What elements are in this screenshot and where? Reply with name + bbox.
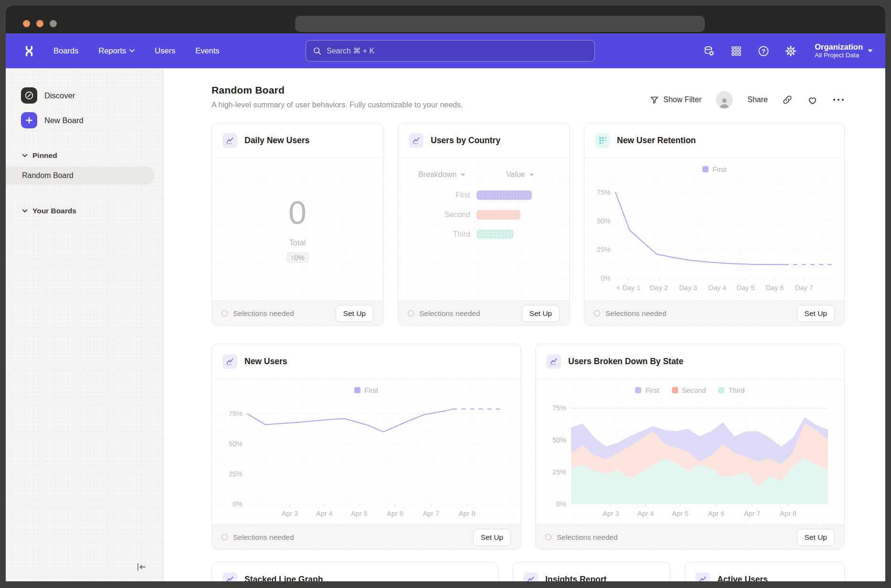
bar-chart-body: Breakdown Value — [398, 158, 569, 301]
browser-url-bar[interactable] — [295, 16, 705, 32]
line-chart-icon — [223, 354, 237, 369]
card-new-user-retention: New User Retention First75%50%25%0%< Day… — [584, 123, 845, 326]
chevron-down-icon — [22, 209, 28, 213]
ellipsis-icon — [832, 98, 845, 102]
card-header: Insights Report — [513, 562, 669, 581]
set-up-button[interactable]: Set Up — [522, 305, 560, 322]
app-navbar: Boards Reports Users Events — [6, 33, 885, 68]
share-button[interactable]: Share — [747, 95, 768, 104]
help-icon[interactable]: ? — [757, 45, 770, 57]
sidebar: Discover New Board Pinned — [6, 68, 164, 581]
set-up-button[interactable]: Set Up — [336, 305, 373, 322]
sidebar-item-label: Discover — [44, 91, 75, 100]
minimize-button[interactable] — [36, 20, 43, 27]
mixpanel-logo[interactable] — [22, 45, 36, 57]
legend-swatch — [672, 387, 678, 393]
filter-funnel-icon — [650, 95, 659, 105]
data-management-icon[interactable] — [703, 45, 715, 57]
svg-text:25%: 25% — [552, 468, 566, 476]
board-item-label: Random Board — [22, 171, 74, 180]
nav-item-events[interactable]: Events — [195, 46, 219, 55]
nav-item-label: Reports — [98, 46, 126, 55]
set-up-button[interactable]: Set Up — [797, 305, 835, 322]
chevron-down-icon — [129, 49, 135, 52]
card-header: Stacked Line Graph — [212, 562, 498, 581]
zoom-button[interactable] — [50, 20, 57, 27]
card-footer: Selections needed Set Up — [584, 301, 844, 326]
status-text: Selections needed — [408, 309, 480, 318]
browser-window: Boards Reports Users Events — [6, 6, 885, 581]
legend-swatch — [702, 166, 709, 172]
svg-text:50%: 50% — [229, 440, 243, 448]
avatar[interactable] — [716, 91, 733, 108]
status-text: Selections needed — [222, 309, 294, 318]
search-icon — [313, 46, 322, 56]
close-button[interactable] — [23, 20, 30, 27]
svg-text:75%: 75% — [229, 410, 243, 418]
card-header: Active Users — [685, 562, 844, 581]
card-header: Users by Country — [398, 123, 569, 158]
svg-text:0%: 0% — [233, 500, 243, 508]
org-switcher[interactable]: Organization All Project Data — [815, 42, 873, 60]
settings-gear-icon[interactable] — [785, 45, 797, 57]
link-icon — [782, 94, 793, 105]
card-users-by-country: Users by Country Breakdown Value — [398, 123, 570, 326]
sidebar-item-discover[interactable]: Discover — [6, 86, 163, 105]
card-title: New User Retention — [617, 136, 696, 146]
svg-text:Apr 5: Apr 5 — [351, 510, 368, 517]
card-stacked-line-graph: Stacked Line Graph — [212, 562, 498, 581]
metric-label: Total — [289, 238, 306, 247]
line-chart-icon — [409, 133, 424, 148]
svg-text:Apr 3: Apr 3 — [281, 510, 298, 517]
svg-text:?: ? — [762, 48, 765, 54]
breakdown-dropdown[interactable]: Breakdown — [418, 170, 506, 179]
status-text: Selections needed — [594, 309, 667, 318]
plus-icon — [21, 112, 37, 128]
sidebar-section-pinned[interactable]: Pinned — [6, 151, 163, 160]
card-header: New Users — [212, 344, 520, 379]
set-up-button[interactable]: Set Up — [797, 529, 835, 546]
svg-text:Apr 7: Apr 7 — [744, 510, 761, 517]
board-main: Random Board A high-level summary of use… — [164, 68, 885, 581]
more-options-button[interactable] — [832, 98, 845, 102]
bar-first — [477, 190, 532, 200]
sidebar-item-random-board[interactable]: Random Board — [6, 167, 155, 185]
sidebar-item-new-board[interactable]: New Board — [6, 111, 163, 129]
org-subtitle: All Project Data — [815, 52, 863, 60]
bar-rows: First Second Third — [398, 190, 569, 239]
nav-item-users[interactable]: Users — [155, 46, 175, 55]
set-up-button[interactable]: Set Up — [473, 529, 511, 546]
chevron-down-icon — [460, 173, 466, 177]
window-controls — [23, 20, 57, 27]
nav-item-label: Users — [155, 46, 175, 55]
card-footer: Selections needed Set Up — [212, 525, 520, 549]
sidebar-section-your-boards[interactable]: Your Boards — [6, 207, 163, 215]
card-footer: Selections needed Set Up — [212, 301, 383, 326]
nav-item-boards[interactable]: Boards — [53, 46, 78, 55]
apps-grid-icon[interactable] — [730, 45, 742, 57]
section-label: Pinned — [32, 151, 57, 160]
sidebar-collapse-button[interactable] — [135, 560, 148, 574]
bar-row: Second — [398, 210, 569, 220]
browser-titlebar — [6, 6, 885, 33]
search-input[interactable] — [327, 47, 588, 55]
chevron-down-icon — [22, 154, 28, 158]
copy-link-button[interactable] — [782, 94, 793, 105]
favorite-button[interactable] — [807, 95, 818, 105]
svg-text:75%: 75% — [597, 189, 611, 196]
value-dropdown[interactable]: Value — [506, 170, 534, 179]
navbar-right: ? — [703, 42, 873, 60]
svg-text:75%: 75% — [552, 404, 566, 412]
show-filter-button[interactable]: Show Filter — [650, 95, 701, 105]
card-title: New Users — [244, 357, 287, 367]
svg-text:Apr 8: Apr 8 — [459, 510, 476, 517]
global-search[interactable] — [306, 40, 595, 62]
legend-swatch — [635, 387, 641, 393]
bar-second — [477, 210, 520, 220]
svg-text:25%: 25% — [229, 470, 243, 478]
legend-swatch — [718, 387, 724, 393]
nav-item-reports[interactable]: Reports — [98, 46, 135, 55]
status-circle-icon — [545, 534, 552, 540]
metric-body: 0 Total ↑0% — [212, 158, 383, 301]
board-header-text: Random Board A high-level summary of use… — [212, 84, 463, 109]
